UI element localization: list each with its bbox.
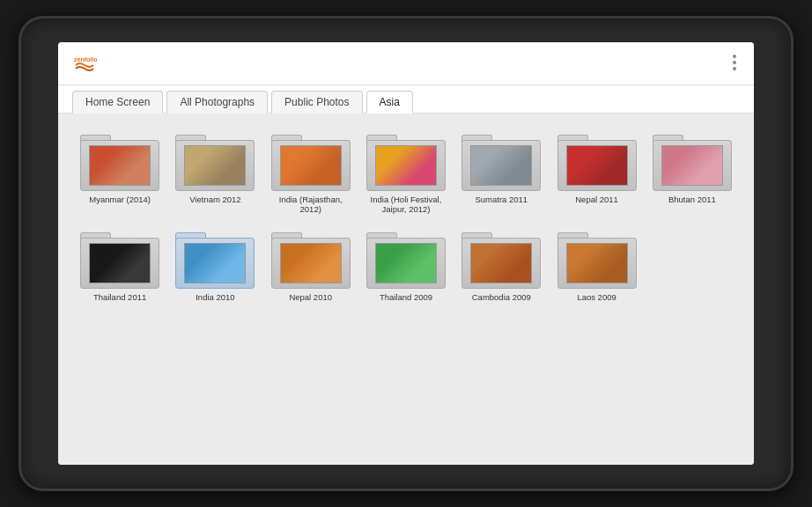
menu-dot-3 bbox=[733, 67, 736, 70]
folder-wrapper: ▤ bbox=[366, 128, 446, 191]
folder-photo bbox=[89, 243, 151, 283]
folder-photo bbox=[375, 145, 437, 186]
folder-wrapper: ▤ bbox=[461, 225, 541, 289]
folder-label: Nepal 2010 bbox=[289, 292, 332, 302]
folder-body bbox=[557, 238, 637, 289]
folder-item-nepal2011[interactable]: ▤ Nepal 2011 bbox=[552, 128, 640, 215]
folder-item-laos[interactable]: ▤ Laos 2009 bbox=[552, 225, 640, 302]
folder-item-thailand2011[interactable]: ▤ Thailand 2011 bbox=[76, 225, 164, 302]
folder-label: Thailand 2011 bbox=[93, 292, 146, 302]
folder-photo bbox=[280, 243, 342, 283]
folder-wrapper: ▤ bbox=[366, 225, 446, 289]
more-options-button[interactable] bbox=[729, 51, 740, 74]
folder-label: India 2010 bbox=[196, 292, 234, 302]
folder-label: Nepal 2011 bbox=[575, 195, 618, 204]
folder-wrapper: ▤ bbox=[653, 128, 732, 191]
folder-label: India (Rajasthan, 2012) bbox=[271, 195, 351, 215]
tab-all-photos[interactable]: All Photographs bbox=[166, 91, 268, 114]
folder-body bbox=[271, 140, 351, 191]
menu-dot-1 bbox=[733, 55, 736, 58]
screen: zenfolio Home ScreenAll PhotographsPubli… bbox=[58, 42, 754, 465]
folder-body bbox=[653, 140, 732, 191]
folder-photo bbox=[184, 145, 246, 186]
header: zenfolio bbox=[58, 42, 754, 85]
folder-body bbox=[80, 238, 159, 289]
folder-label: Thailand 2009 bbox=[380, 292, 432, 302]
folder-label: Bhutan 2011 bbox=[668, 195, 716, 204]
folder-photo bbox=[89, 145, 151, 186]
folder-wrapper: ▤ bbox=[271, 128, 351, 191]
folder-photo bbox=[470, 243, 532, 283]
folder-body bbox=[175, 140, 255, 191]
folder-wrapper: ▤ bbox=[271, 225, 351, 289]
folder-item-india2010[interactable]: ▤ India 2010 bbox=[171, 225, 259, 302]
folder-item-vietnam[interactable]: ▤ Vietnam 2012 bbox=[171, 128, 259, 215]
tab-public-photos[interactable]: Public Photos bbox=[271, 91, 362, 114]
folder-grid: ▤ Myanmar (2014) ▤ Vietnam 2012 ▤ Ind bbox=[76, 128, 736, 302]
device-frame: zenfolio Home ScreenAll PhotographsPubli… bbox=[18, 16, 794, 491]
folder-item-sumatra[interactable]: ▤ Sumatra 2011 bbox=[457, 128, 545, 215]
folder-photo bbox=[566, 145, 628, 186]
folder-item-thailand2009[interactable]: ▤ Thailand 2009 bbox=[362, 225, 450, 302]
folder-label: Vietnam 2012 bbox=[189, 195, 240, 204]
zenfolio-logo-icon: zenfolio bbox=[72, 53, 97, 77]
folder-item-india-raj[interactable]: ▤ India (Rajasthan, 2012) bbox=[267, 128, 355, 215]
folder-body bbox=[80, 140, 159, 191]
folder-label: Cambodia 2009 bbox=[472, 292, 531, 302]
folder-photo bbox=[566, 243, 628, 283]
folder-wrapper: ▤ bbox=[80, 225, 159, 289]
menu-dot-2 bbox=[733, 61, 736, 64]
tab-home[interactable]: Home Screen bbox=[72, 91, 163, 114]
folder-label: Sumatra 2011 bbox=[475, 195, 528, 204]
folder-photo bbox=[470, 145, 532, 186]
folder-photo bbox=[184, 243, 246, 283]
folder-body bbox=[461, 238, 541, 289]
main-content: ▤ Myanmar (2014) ▤ Vietnam 2012 ▤ Ind bbox=[58, 114, 754, 465]
folder-item-nepal2010[interactable]: ▤ Nepal 2010 bbox=[267, 225, 355, 302]
folder-photo bbox=[375, 243, 437, 283]
folder-wrapper: ▤ bbox=[557, 128, 637, 191]
folder-body bbox=[461, 140, 541, 191]
folder-photo bbox=[280, 145, 342, 186]
folder-wrapper: ▤ bbox=[80, 128, 159, 191]
folder-item-bhutan[interactable]: ▤ Bhutan 2011 bbox=[648, 128, 736, 215]
svg-text:zenfolio: zenfolio bbox=[74, 56, 97, 62]
folder-wrapper: ▤ bbox=[175, 225, 255, 289]
folder-body bbox=[366, 238, 446, 289]
tab-asia[interactable]: Asia bbox=[366, 91, 413, 114]
folder-wrapper: ▤ bbox=[461, 128, 541, 191]
folder-item-india-holi[interactable]: ▤ India (Holi Festival, Jaipur, 2012) bbox=[362, 128, 450, 215]
folder-label: India (Holi Festival, Jaipur, 2012) bbox=[366, 195, 446, 215]
folder-wrapper: ▤ bbox=[175, 128, 255, 191]
folder-body bbox=[366, 140, 446, 191]
folder-body bbox=[271, 238, 351, 289]
folder-label: Laos 2009 bbox=[577, 292, 616, 302]
folder-photo bbox=[661, 145, 723, 186]
folder-item-myanmar[interactable]: ▤ Myanmar (2014) bbox=[76, 128, 164, 215]
folder-label: Myanmar (2014) bbox=[89, 195, 151, 204]
folder-item-cambodia[interactable]: ▤ Cambodia 2009 bbox=[457, 225, 545, 302]
nav-tabs: Home ScreenAll PhotographsPublic PhotosA… bbox=[58, 85, 754, 114]
folder-body bbox=[175, 238, 255, 289]
folder-body bbox=[557, 140, 637, 191]
header-left: zenfolio bbox=[72, 51, 104, 77]
folder-wrapper: ▤ bbox=[557, 225, 637, 289]
